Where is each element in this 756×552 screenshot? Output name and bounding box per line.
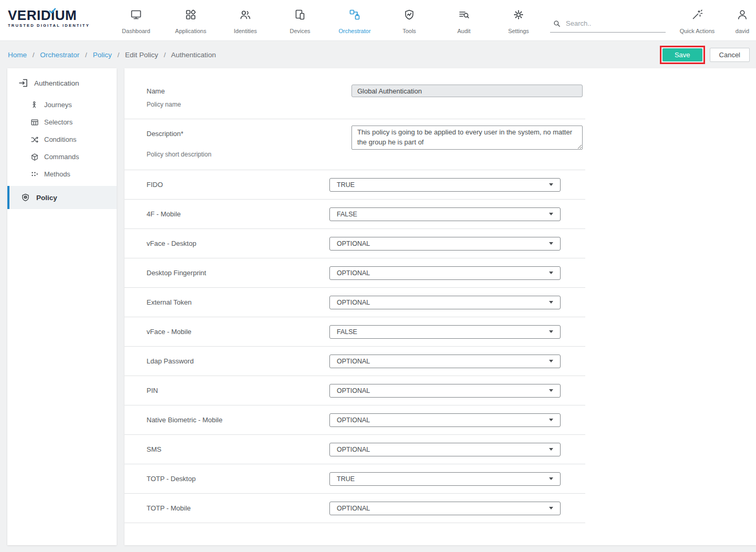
quick-actions-button[interactable]: Quick Actions: [666, 0, 729, 40]
policy-field-row: SMS OPTIONAL: [125, 435, 585, 464]
field-dropdown[interactable]: TRUE: [329, 178, 561, 192]
field-dropdown[interactable]: OPTIONAL: [329, 296, 561, 309]
description-hint: Policy short description: [147, 151, 211, 158]
field-dropdown[interactable]: TRUE: [329, 472, 561, 486]
chevron-down-icon: [549, 477, 553, 480]
policy-field-row: Desktop Fingerprint OPTIONAL: [125, 258, 585, 288]
field-label: TOTP - Desktop: [125, 475, 329, 483]
sidebar-item-label: Commands: [44, 153, 79, 161]
name-label: Name: [147, 87, 165, 95]
field-dropdown[interactable]: OPTIONAL: [329, 502, 561, 515]
policy-field-row: vFace - Mobile FALSE: [125, 317, 585, 347]
sidebar-active-label: Policy: [36, 194, 57, 202]
save-annotation-box: Save: [660, 46, 705, 64]
nav-label: Identities: [234, 28, 257, 34]
sidebar-item-policy[interactable]: Policy: [7, 186, 117, 209]
field-dropdown[interactable]: OPTIONAL: [329, 266, 561, 280]
policy-description-textarea[interactable]: This policy is going to be applied to ev…: [351, 126, 583, 150]
login-arrow-icon: [18, 78, 28, 88]
chevron-down-icon: [549, 389, 553, 392]
breadcrumb-home[interactable]: Home: [8, 51, 27, 59]
dropdown-selected-value: OPTIONAL: [337, 269, 370, 277]
sidebar-item-label: Conditions: [44, 136, 76, 143]
policy-field-row: 4F - Mobile FALSE: [125, 200, 585, 229]
breadcrumb-separator: /: [85, 51, 87, 59]
logo-wordmark: VERIDIUM: [8, 8, 109, 22]
nav-identities[interactable]: Identities: [218, 0, 273, 40]
description-label: Description*: [147, 130, 183, 138]
nav-settings[interactable]: Settings: [491, 0, 546, 40]
user-menu[interactable]: david: [729, 0, 756, 40]
breadcrumb: Home / Orchestrator / Policy / Edit Poli…: [8, 51, 660, 59]
dropdown-selected-value: TRUE: [337, 475, 355, 483]
cancel-button[interactable]: Cancel: [710, 48, 750, 62]
nav-tools[interactable]: Tools: [382, 0, 437, 40]
gear-icon: [512, 8, 525, 22]
monitor-icon: [130, 8, 142, 22]
sidebar-item-methods[interactable]: Methods: [7, 165, 117, 183]
field-label: TOTP - Mobile: [125, 504, 329, 512]
chevron-down-icon: [549, 507, 553, 509]
nav-orchestrator[interactable]: Orchestrator: [327, 0, 382, 40]
dropdown-selected-value: OPTIONAL: [337, 446, 370, 453]
sidebar-item-commands[interactable]: Commands: [7, 148, 117, 165]
devices-icon: [294, 8, 306, 22]
field-dropdown[interactable]: OPTIONAL: [329, 384, 561, 398]
dropdown-selected-value: OPTIONAL: [337, 416, 370, 424]
field-dropdown[interactable]: OPTIONAL: [329, 443, 561, 456]
dropdown-selected-value: OPTIONAL: [337, 299, 370, 306]
nav-dashboard[interactable]: Dashboard: [109, 0, 163, 40]
top-bar: VERIDIUM TRUSTED DIGITAL IDENTITY Dashbo…: [0, 0, 756, 41]
table-icon: [30, 118, 39, 127]
users-icon: [239, 8, 252, 22]
field-label: Ldap Password: [125, 357, 329, 365]
nav-label: Orchestrator: [338, 28, 370, 34]
policy-field-row: FIDO TRUE: [125, 170, 585, 200]
field-dropdown[interactable]: FALSE: [329, 207, 561, 221]
field-dropdown[interactable]: OPTIONAL: [329, 413, 561, 427]
nav-label: Applications: [175, 28, 206, 34]
dropdown-selected-value: TRUE: [337, 181, 355, 189]
main-nav: Dashboard Applications Identities Device…: [109, 0, 546, 40]
breadcrumb-bar: Home / Orchestrator / Policy / Edit Poli…: [0, 41, 756, 68]
apps-grid-icon: [184, 8, 197, 22]
save-button[interactable]: Save: [662, 48, 702, 61]
sidebar-item-conditions[interactable]: Conditions: [7, 131, 117, 148]
nav-label: Settings: [508, 28, 529, 34]
policy-field-row: vFace - Desktop OPTIONAL: [125, 229, 585, 258]
field-dropdown[interactable]: OPTIONAL: [329, 355, 561, 368]
form-inner: Name Policy name Description* Policy sho…: [125, 68, 585, 523]
shield-globe-icon: [21, 193, 30, 202]
search-input[interactable]: [566, 19, 666, 27]
nav-applications[interactable]: Applications: [163, 0, 218, 40]
sidebar-header-label: Authentication: [34, 79, 79, 87]
nav-label: Devices: [289, 28, 310, 34]
content-area: Authentication Journeys Selectors Condit…: [0, 68, 756, 545]
sidebar-item-authentication[interactable]: Authentication: [7, 68, 117, 96]
breadcrumb-policy[interactable]: Policy: [93, 51, 112, 59]
policy-field-row: Native Biometric - Mobile OPTIONAL: [125, 405, 585, 435]
veridium-logo[interactable]: VERIDIUM TRUSTED DIGITAL IDENTITY: [8, 0, 109, 40]
breadcrumb-orchestrator[interactable]: Orchestrator: [40, 51, 79, 59]
list-search-icon: [458, 8, 470, 22]
sidebar-item-journeys[interactable]: Journeys: [7, 96, 117, 113]
shield-pulse-icon: [403, 8, 416, 22]
sidebar-item-selectors[interactable]: Selectors: [7, 113, 117, 131]
breadcrumb-authentication: Authentication: [171, 51, 216, 59]
nav-label: Tools: [402, 28, 416, 34]
policy-name-input[interactable]: [351, 85, 583, 97]
dropdown-selected-value: FALSE: [337, 328, 357, 336]
chevron-down-icon: [549, 213, 553, 215]
dropdown-selected-value: OPTIONAL: [337, 358, 370, 365]
user-avatar-icon: [736, 8, 749, 22]
sidebar-item-label: Methods: [44, 170, 70, 178]
field-dropdown[interactable]: FALSE: [329, 325, 561, 339]
chevron-down-icon: [549, 330, 553, 333]
field-dropdown[interactable]: OPTIONAL: [329, 237, 561, 251]
nav-label: Audit: [457, 28, 470, 34]
nav-devices[interactable]: Devices: [273, 0, 327, 40]
cube-icon: [30, 153, 39, 161]
name-field-row: Name Policy name: [125, 68, 585, 119]
search-box: [550, 15, 666, 33]
nav-audit[interactable]: Audit: [437, 0, 491, 40]
